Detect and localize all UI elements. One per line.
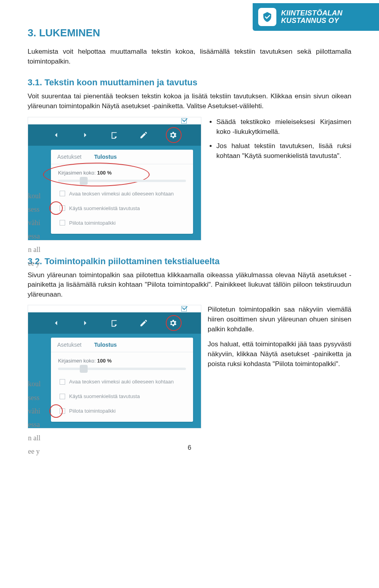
label-open-last: Avaa teoksen viimeksi auki olleeseen koh… — [69, 191, 174, 197]
highlight-hyphenation-circle — [49, 201, 63, 215]
intro-paragraph: Lukemista voit helpottaa muuttamalla tek… — [28, 47, 351, 66]
prev-icon-2[interactable] — [51, 317, 62, 329]
settings-gear-icon-2[interactable] — [167, 317, 178, 329]
font-size-label-2: Kirjasimen koko: 100 % — [58, 358, 186, 364]
settings-gear-icon[interactable] — [167, 130, 178, 141]
reader-toolbar — [28, 124, 201, 146]
label-hide-toolbar-2: Piilota toimintopalkki — [69, 408, 116, 414]
topbar-check-strip-2 — [28, 305, 201, 312]
option-hyphenation-2: Käytä suomenkielistä tavutusta — [58, 393, 186, 399]
heading-3-2: 3.2. Toimintopalkin piilottaminen teksti… — [28, 256, 351, 267]
edge2-t0: koul — [28, 377, 45, 391]
section-3-2-p3: Jos haluat, että toimintopalkki jää taas… — [208, 340, 351, 369]
brand-badge: KIINTEISTÖALAN KUSTANNUS OY — [253, 3, 379, 31]
checkbox-open-last[interactable] — [60, 191, 65, 196]
option-hide-toolbar: Piilota toimintopalkki — [58, 220, 186, 226]
edge2-t3: essa — [28, 418, 45, 431]
prev-icon[interactable] — [51, 130, 62, 141]
bullet-font-size: Säädä tekstikoko mieleiseksesi Kirjasime… — [216, 117, 351, 137]
tab-tulostus-2[interactable]: Tulostus — [88, 338, 123, 352]
next-icon-2[interactable] — [80, 317, 91, 329]
highlight-gear-circle — [166, 127, 182, 143]
page-number: 6 — [28, 444, 351, 451]
section-3-2-p2: Piilotetun toimintopalkin saa näkyviin v… — [208, 305, 351, 334]
font-size-label-text-2: Kirjasimen koko: — [58, 358, 97, 364]
section-3-1-bullets: Säädä tekstikoko mieleiseksesi Kirjasime… — [208, 117, 351, 161]
highlight-slider-circle — [43, 163, 150, 186]
edge2-t2: vähi — [28, 404, 45, 418]
notes-icon-2[interactable] — [109, 317, 120, 329]
tab-asetukset[interactable]: Asetukset — [51, 150, 88, 164]
option-open-last: Avaa teoksen viimeksi auki olleeseen koh… — [58, 191, 186, 197]
settings-panel: Asetukset Tulostus Kirjasimen koko: 100 … — [51, 150, 193, 234]
topbar-check-strip — [28, 117, 201, 124]
font-size-slider-thumb[interactable] — [80, 177, 88, 185]
settings-tabs-2: Asetukset Tulostus — [51, 338, 193, 352]
font-size-value-2: 100 % — [97, 358, 112, 364]
option-open-last-2: Avaa teoksen viimeksi auki olleeseen koh… — [58, 379, 186, 385]
edge2-t1: sess — [28, 391, 45, 404]
edge-t5: n all — [28, 243, 45, 256]
edge-t1: sess — [28, 203, 45, 216]
checkbox-hyphenation-2[interactable] — [60, 394, 65, 399]
checkbox-hide-toolbar[interactable] — [60, 220, 65, 225]
heading-3-1: 3.1. Tekstin koon muuttaminen ja tavutus — [28, 77, 351, 88]
section-3-1-p1: Voit suurentaa tai pienentää teoksen tek… — [28, 92, 351, 111]
brand-line2: KUSTANNUS OY — [281, 17, 342, 24]
reader-toolbar-2 — [28, 312, 201, 334]
brand-name: KIINTEISTÖALAN KUSTANNUS OY — [281, 9, 342, 24]
label-hide-toolbar: Piilota toimintopalkki — [69, 220, 116, 226]
highlight-hide-toolbar-circle — [49, 404, 63, 418]
next-icon[interactable] — [80, 130, 91, 141]
font-size-slider-thumb-2[interactable] — [80, 365, 88, 373]
notes-icon[interactable] — [109, 130, 120, 141]
edge-t2: vähi — [28, 216, 45, 229]
label-open-last-2: Avaa teoksen viimeksi auki olleeseen koh… — [69, 379, 174, 385]
settings-panel-2: Asetukset Tulostus Kirjasimen koko: 100 … — [51, 338, 193, 422]
label-hyphenation: Käytä suomenkielistä tavutusta — [69, 205, 140, 211]
topbar-checked-icon[interactable] — [181, 118, 187, 124]
screenshot-settings-1: koul sess vähi essa n all ee y Asetukset… — [28, 117, 201, 240]
screenshot-settings-2: koul sess vähi essa n all ee y Asetukset… — [28, 305, 201, 428]
edge-t6: ee y — [28, 257, 45, 270]
edge2-t6: ee y — [28, 445, 45, 458]
edge-t3: essa — [28, 229, 45, 243]
bullet-hyphenation: Jos haluat tekstiin tavutuksen, lisää ru… — [216, 141, 351, 161]
edit-icon-2[interactable] — [138, 317, 149, 329]
topbar-checked-icon-2[interactable] — [181, 306, 187, 312]
font-size-slider[interactable] — [58, 180, 186, 182]
edge-t0: koul — [28, 189, 45, 203]
tab-tulostus[interactable]: Tulostus — [88, 150, 123, 164]
settings-tabs: Asetukset Tulostus — [51, 150, 193, 164]
checkbox-open-last-2[interactable] — [60, 379, 65, 385]
option-hyphenation: Käytä suomenkielistä tavutusta — [58, 205, 186, 211]
brand-logo-icon — [258, 8, 276, 26]
font-size-slider-2[interactable] — [58, 368, 186, 370]
edge2-t5: n all — [28, 431, 45, 445]
brand-line1: KIINTEISTÖALAN — [281, 9, 342, 17]
label-hyphenation-2: Käytä suomenkielistä tavutusta — [69, 393, 140, 399]
option-hide-toolbar-2: Piilota toimintopalkki — [58, 408, 186, 414]
background-text-strip: koul sess vähi essa n all ee y — [28, 146, 45, 270]
background-text-strip-2: koul sess vähi essa n all ee y — [28, 334, 45, 458]
edit-icon[interactable] — [138, 130, 149, 141]
highlight-gear-circle-2 — [166, 315, 182, 331]
section-3-2-p1: Sivun yläreunan toimintopalkin saa piilo… — [28, 271, 351, 300]
tab-asetukset-2[interactable]: Asetukset — [51, 338, 88, 352]
